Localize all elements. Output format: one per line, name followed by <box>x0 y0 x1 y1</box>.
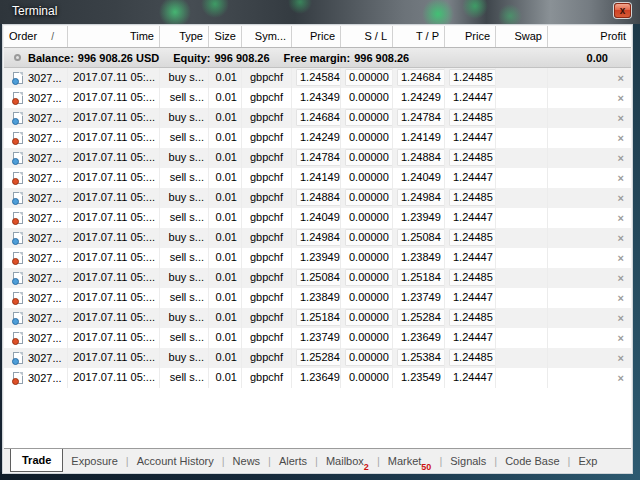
cell-profit: × <box>548 348 631 368</box>
cell-price_current: 1.24485 <box>445 348 496 368</box>
table-row[interactable]: 3027...2017.07.11 05:...buy s...0.01gbpc… <box>4 308 631 328</box>
cell-profit: × <box>548 168 631 188</box>
cell-tp: 1.24049 <box>393 168 445 188</box>
order-number: 3027... <box>28 249 62 268</box>
cell-value: 0.00000 <box>345 169 393 186</box>
cell-sl: 0.00000 <box>341 68 393 88</box>
order-buy-icon <box>13 232 23 244</box>
tab-exposure[interactable]: Exposure <box>63 450 125 472</box>
column-header-swap[interactable]: Swap <box>496 26 548 47</box>
cell-symbol: gbpchf <box>242 328 292 348</box>
cell-order: 3027... <box>4 128 68 148</box>
close-order-icon[interactable]: × <box>615 149 627 168</box>
table-row[interactable]: 3027...2017.07.11 05:...buy s...0.01gbpc… <box>4 268 631 288</box>
tab-news[interactable]: News <box>225 450 269 472</box>
table-row[interactable]: 3027...2017.07.11 05:...buy s...0.01gbpc… <box>4 68 631 88</box>
table-row[interactable]: 3027...2017.07.11 05:...sell s...0.01gbp… <box>4 88 631 108</box>
tab-mailbox[interactable]: Mailbox2 <box>318 450 377 472</box>
cell-time: 2017.07.11 05:... <box>68 288 160 308</box>
cell-tp: 1.25184 <box>393 268 445 288</box>
cell-type: buy s... <box>160 268 209 288</box>
close-order-icon[interactable]: × <box>615 69 627 88</box>
table-row[interactable]: 3027...2017.07.11 05:...buy s...0.01gbpc… <box>4 348 631 368</box>
close-order-icon[interactable]: × <box>615 109 627 128</box>
cell-price_current: 1.24447 <box>445 328 496 348</box>
table-row[interactable]: 3027...2017.07.11 05:...buy s...0.01gbpc… <box>4 228 631 248</box>
cell-value: 1.24485 <box>449 189 496 206</box>
cell-price: 1.24584 <box>292 68 341 88</box>
close-order-icon[interactable]: × <box>615 289 627 308</box>
tab-label: Signals <box>450 455 486 467</box>
cell-symbol: gbpchf <box>242 68 292 88</box>
column-header-type[interactable]: Type <box>160 26 209 47</box>
tab-exp[interactable]: Exp <box>570 450 605 472</box>
order-number: 3027... <box>28 89 62 108</box>
terminal-titlebar[interactable]: Terminal x <box>0 0 640 24</box>
close-order-icon[interactable]: × <box>615 229 627 248</box>
equity-segment: Equity:996 908.26 <box>173 52 269 64</box>
close-order-icon[interactable]: × <box>615 89 627 108</box>
cell-sl: 0.00000 <box>341 128 393 148</box>
column-header-price_current[interactable]: Price <box>445 26 496 47</box>
tab-trade[interactable]: Trade <box>10 448 63 472</box>
table-row[interactable]: 3027...2017.07.11 05:...buy s...0.01gbpc… <box>4 148 631 168</box>
table-row[interactable]: 3027...2017.07.11 05:...buy s...0.01gbpc… <box>4 108 631 128</box>
tab-account-history[interactable]: Account History <box>129 450 222 472</box>
order-number: 3027... <box>28 209 62 228</box>
column-header-sl[interactable]: S / L <box>341 26 393 47</box>
table-row[interactable]: 3027...2017.07.11 05:...sell s...0.01gbp… <box>4 328 631 348</box>
tab-market[interactable]: Market50 <box>380 450 440 472</box>
close-order-icon[interactable]: × <box>615 369 627 388</box>
cell-type: sell s... <box>160 248 209 268</box>
close-order-icon[interactable]: × <box>615 269 627 288</box>
cell-value: 1.23649 <box>296 369 341 386</box>
close-order-icon[interactable]: × <box>615 169 627 188</box>
column-header-tp[interactable]: T / P <box>393 26 445 47</box>
cell-sl: 0.00000 <box>341 108 393 128</box>
column-header-size[interactable]: Size <box>209 26 242 47</box>
column-header-profit[interactable]: Profit <box>548 26 631 47</box>
cell-order: 3027... <box>4 308 68 328</box>
cell-value: 0.00000 <box>345 109 393 126</box>
column-header-time[interactable]: Time <box>68 26 160 47</box>
tab-alerts[interactable]: Alerts <box>271 450 315 472</box>
cell-tp: 1.24684 <box>393 68 445 88</box>
cell-value: 1.25384 <box>397 349 445 366</box>
cell-value: 1.24584 <box>296 69 341 86</box>
table-row[interactable]: 3027...2017.07.11 05:...sell s...0.01gbp… <box>4 368 631 388</box>
cell-value: 1.24984 <box>397 189 445 206</box>
close-order-icon[interactable]: × <box>615 329 627 348</box>
table-row[interactable]: 3027...2017.07.11 05:...buy s...0.01gbpc… <box>4 188 631 208</box>
cell-swap <box>496 148 548 168</box>
cell-sl: 0.00000 <box>341 148 393 168</box>
cell-sl: 0.00000 <box>341 308 393 328</box>
table-row[interactable]: 3027...2017.07.11 05:...sell s...0.01gbp… <box>4 168 631 188</box>
close-window-button[interactable]: x <box>614 3 631 18</box>
cell-type: sell s... <box>160 128 209 148</box>
cell-order: 3027... <box>4 108 68 128</box>
cell-swap <box>496 308 548 328</box>
cell-type: buy s... <box>160 108 209 128</box>
table-row[interactable]: 3027...2017.07.11 05:...sell s...0.01gbp… <box>4 248 631 268</box>
cell-value: 1.24447 <box>449 169 496 186</box>
cell-price: 1.23749 <box>292 328 341 348</box>
cell-size: 0.01 <box>209 168 242 188</box>
close-order-icon[interactable]: × <box>615 309 627 328</box>
table-row[interactable]: 3027...2017.07.11 05:...sell s...0.01gbp… <box>4 128 631 148</box>
close-order-icon[interactable]: × <box>615 209 627 228</box>
tab-signals[interactable]: Signals <box>442 450 494 472</box>
close-order-icon[interactable]: × <box>615 189 627 208</box>
close-order-icon[interactable]: × <box>615 349 627 368</box>
cell-value: 1.23749 <box>296 329 341 346</box>
table-row[interactable]: 3027...2017.07.11 05:...sell s...0.01gbp… <box>4 288 631 308</box>
terminal-window: Order/TimeTypeSizeSym...PriceS / LT / PP… <box>2 24 633 474</box>
table-row[interactable]: 3027...2017.07.11 05:...sell s...0.01gbp… <box>4 208 631 228</box>
column-header-price[interactable]: Price <box>292 26 341 47</box>
column-header-symbol[interactable]: Sym... <box>242 26 292 47</box>
tab-label: Account History <box>137 455 214 467</box>
close-order-icon[interactable]: × <box>615 129 627 148</box>
tab-code-base[interactable]: Code Base <box>497 450 567 472</box>
close-order-icon[interactable]: × <box>615 249 627 268</box>
equity-label: Equity: <box>173 52 210 64</box>
column-header-order[interactable]: Order/ <box>4 26 68 47</box>
